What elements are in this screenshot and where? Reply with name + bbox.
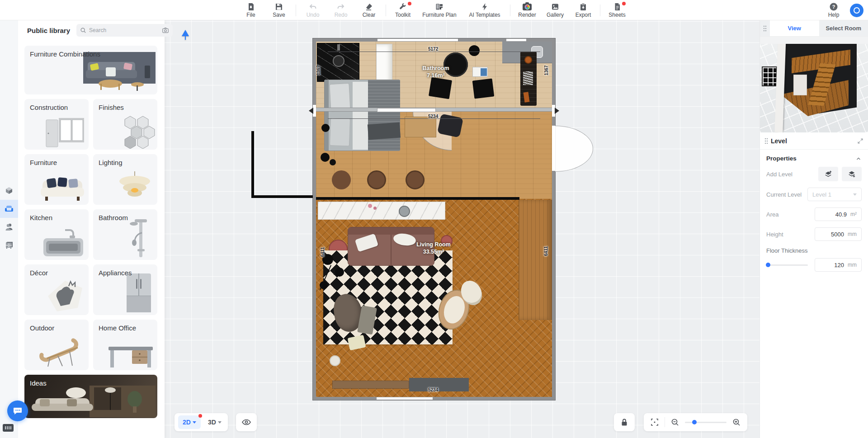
interior-wall-black[interactable] [316, 197, 519, 200]
category-card-outdoor[interactable]: Outdoor [24, 320, 89, 370]
zoom-out-icon[interactable] [670, 418, 679, 427]
chair-black[interactable] [472, 78, 495, 99]
rail-item-furniture[interactable] [0, 200, 18, 218]
zoom-in-icon[interactable] [732, 418, 741, 427]
expand-panel-icon[interactable] [857, 138, 863, 144]
file-button[interactable]: File [238, 0, 264, 20]
desk[interactable] [405, 117, 436, 137]
rail-item-models[interactable] [0, 182, 18, 200]
category-card-home-office[interactable]: Home Office [93, 320, 157, 370]
door-swing-arc[interactable] [555, 126, 593, 172]
sideboard[interactable] [332, 381, 409, 389]
rail-item-people[interactable] [0, 218, 18, 236]
slider-thumb[interactable] [766, 263, 770, 267]
category-card-construction[interactable]: Construction [24, 99, 89, 150]
zoom-slider-thumb[interactable] [692, 420, 697, 424]
mode-3d-button[interactable]: 3D [205, 415, 224, 429]
height-input[interactable] [826, 231, 844, 238]
bed[interactable] [324, 80, 400, 151]
gallery-button[interactable]: Gallery [542, 0, 568, 20]
category-card-lighting[interactable]: Lighting [93, 154, 157, 205]
toolkit-button[interactable]: Toolkit [390, 0, 416, 20]
3d-preview[interactable] [760, 37, 868, 132]
magazine[interactable] [472, 67, 488, 77]
wall-segment-horizontal[interactable] [251, 195, 313, 198]
render-button[interactable]: Render [514, 0, 540, 20]
drag-dots-icon[interactable] [764, 138, 768, 144]
window-top[interactable] [377, 38, 458, 42]
stool-round[interactable] [367, 170, 386, 189]
area-input[interactable] [829, 211, 847, 218]
category-card-appliances[interactable]: Appliances [93, 264, 157, 315]
floor-thickness-slider[interactable] [766, 264, 808, 266]
stool-round[interactable] [406, 170, 425, 189]
visibility-toggle-button[interactable] [236, 413, 257, 431]
wall-segment-vertical[interactable] [251, 131, 254, 198]
tab-select-room[interactable]: Select Room [819, 20, 868, 36]
floor-lamp-head[interactable] [330, 159, 336, 165]
image-search-camera-icon[interactable] [162, 27, 169, 34]
stool-round[interactable] [332, 170, 351, 189]
rail-item-storage[interactable] [0, 236, 18, 254]
search-box[interactable] [76, 24, 173, 37]
ai-templates-button[interactable]: AI Templates [463, 0, 506, 20]
user-avatar[interactable] [850, 4, 863, 17]
mode-2d-button[interactable]: 2D [178, 415, 201, 429]
left-wall-opening[interactable] [313, 105, 316, 117]
resize-handle-left-icon[interactable] [309, 108, 313, 114]
panel-drag-handle[interactable] [760, 20, 770, 36]
zoom-slider[interactable] [685, 422, 726, 423]
wood-console[interactable] [519, 200, 552, 320]
tab-view[interactable]: View [770, 20, 819, 36]
hanging-clothes [523, 71, 533, 85]
category-card-furniture[interactable]: Furniture [24, 154, 89, 205]
level-panel-title: Level [771, 137, 854, 145]
fit-to-screen-icon[interactable] [650, 418, 659, 427]
shortcut-panel-button[interactable] [3, 424, 14, 432]
dimension-label: 6411 [543, 246, 548, 256]
floor-plan[interactable]: 5172 1367 1367 5234 6411 6411 5234 Bathr… [313, 38, 555, 400]
wardrobe[interactable] [520, 52, 537, 106]
support-chat-button[interactable] [7, 400, 28, 421]
redo-button[interactable]: Redo [328, 0, 354, 20]
mode-2d-notification-dot [198, 414, 202, 418]
doormat[interactable] [409, 378, 469, 391]
interior-wall[interactable] [316, 108, 552, 112]
current-level-select[interactable]: Level 1 [807, 188, 862, 201]
north-pin-marker[interactable] [182, 30, 189, 36]
category-card-bathroom[interactable]: Bathroom [93, 209, 157, 260]
lock-button[interactable] [614, 413, 635, 431]
clear-button[interactable]: Clear [356, 0, 382, 20]
category-card-decor[interactable]: Décor [24, 264, 89, 315]
chair-black[interactable] [429, 77, 452, 99]
export-button[interactable]: Export [570, 0, 596, 20]
add-level-above-button[interactable] [818, 167, 838, 181]
kitchen-island-counter[interactable] [318, 202, 445, 220]
search-input[interactable] [89, 27, 159, 33]
save-button[interactable]: Save [266, 0, 292, 20]
furniture-plan-button[interactable]: Furniture Plan [418, 0, 461, 20]
bathtub[interactable] [376, 44, 392, 84]
window-top-small[interactable] [506, 38, 526, 42]
floor-lamp-head[interactable] [321, 153, 330, 162]
category-card-furniture-combinations[interactable]: Furniture Combinations [24, 46, 157, 94]
category-card-finishes[interactable]: Finishes [93, 99, 157, 150]
arc-lamp-head[interactable] [335, 268, 344, 277]
sheets-button[interactable]: Sheets [604, 0, 630, 20]
marble-shower-area[interactable] [317, 43, 359, 82]
floor-thickness-input[interactable] [826, 262, 844, 268]
stool-black[interactable] [469, 45, 480, 56]
right-door-opening[interactable] [552, 126, 555, 171]
undo-button[interactable]: Undo [300, 0, 326, 20]
collapse-chevron-icon[interactable] [855, 155, 862, 162]
add-level-below-button[interactable] [842, 167, 862, 181]
floor-lamp-head[interactable] [321, 124, 330, 132]
window-bottom[interactable] [377, 397, 433, 400]
category-card-ideas[interactable]: Ideas [24, 375, 157, 418]
help-button[interactable]: ? Help [824, 0, 844, 20]
floor-dish[interactable] [330, 355, 340, 366]
resize-handle-right-icon[interactable] [555, 108, 559, 114]
category-card-kitchen[interactable]: Kitchen [24, 209, 89, 260]
shower-thumbnail [119, 219, 156, 259]
properties-section-header[interactable]: Properties [760, 150, 868, 164]
